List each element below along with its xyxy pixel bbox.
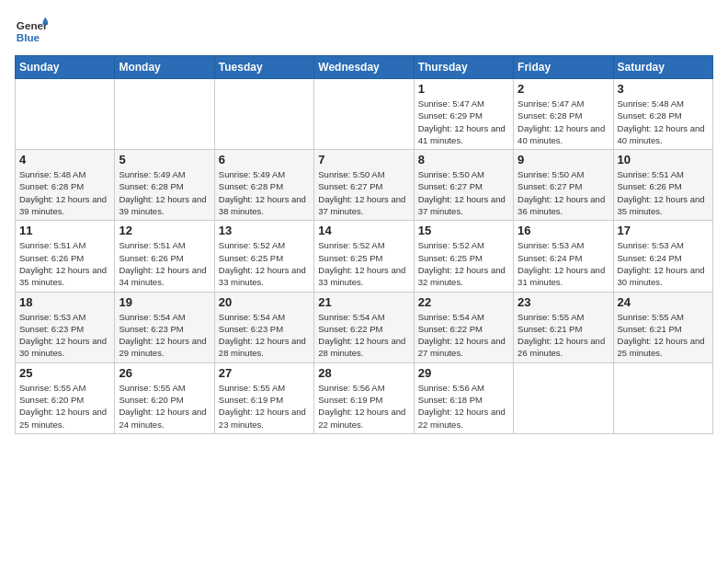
day-header-wednesday: Wednesday xyxy=(314,56,414,79)
day-number: 6 xyxy=(219,153,310,167)
day-number: 10 xyxy=(618,153,709,167)
day-header-saturday: Saturday xyxy=(613,56,712,79)
calendar-week-row: 1Sunrise: 5:47 AMSunset: 6:29 PMDaylight… xyxy=(16,79,713,150)
day-number: 8 xyxy=(418,153,509,167)
day-info: Sunrise: 5:54 AMSunset: 6:23 PMDaylight:… xyxy=(119,311,210,360)
calendar-header-row: SundayMondayTuesdayWednesdayThursdayFrid… xyxy=(16,56,713,79)
day-info: Sunrise: 5:53 AMSunset: 6:24 PMDaylight:… xyxy=(618,239,709,288)
calendar-cell: 5Sunrise: 5:49 AMSunset: 6:28 PMDaylight… xyxy=(115,150,214,221)
calendar-cell: 19Sunrise: 5:54 AMSunset: 6:23 PMDayligh… xyxy=(115,292,214,362)
day-info: Sunrise: 5:50 AMSunset: 6:27 PMDaylight:… xyxy=(318,168,409,217)
day-header-sunday: Sunday xyxy=(16,56,115,79)
calendar-cell xyxy=(514,362,613,433)
day-info: Sunrise: 5:52 AMSunset: 6:25 PMDaylight:… xyxy=(418,239,509,288)
day-info: Sunrise: 5:49 AMSunset: 6:28 PMDaylight:… xyxy=(119,168,210,217)
calendar-cell xyxy=(314,79,414,150)
calendar-cell: 13Sunrise: 5:52 AMSunset: 6:25 PMDayligh… xyxy=(214,221,313,292)
day-info: Sunrise: 5:52 AMSunset: 6:25 PMDaylight:… xyxy=(318,239,409,288)
day-number: 9 xyxy=(518,153,609,167)
day-header-tuesday: Tuesday xyxy=(214,56,313,79)
day-info: Sunrise: 5:56 AMSunset: 6:19 PMDaylight:… xyxy=(318,382,409,431)
day-info: Sunrise: 5:49 AMSunset: 6:28 PMDaylight:… xyxy=(219,168,310,217)
day-info: Sunrise: 5:51 AMSunset: 6:26 PMDaylight:… xyxy=(19,239,110,288)
calendar-cell: 10Sunrise: 5:51 AMSunset: 6:26 PMDayligh… xyxy=(613,150,712,221)
day-number: 13 xyxy=(219,224,310,237)
calendar-cell: 26Sunrise: 5:55 AMSunset: 6:20 PMDayligh… xyxy=(115,362,214,433)
day-number: 14 xyxy=(318,224,409,237)
calendar-cell: 11Sunrise: 5:51 AMSunset: 6:26 PMDayligh… xyxy=(16,221,115,292)
svg-marker-3 xyxy=(43,21,48,25)
day-number: 22 xyxy=(418,295,509,309)
day-number: 23 xyxy=(518,295,609,309)
calendar-cell: 21Sunrise: 5:54 AMSunset: 6:22 PMDayligh… xyxy=(314,292,414,362)
day-number: 29 xyxy=(418,366,509,380)
day-info: Sunrise: 5:55 AMSunset: 6:20 PMDaylight:… xyxy=(119,382,210,431)
calendar-cell xyxy=(115,79,214,150)
svg-text:Blue: Blue xyxy=(17,31,40,43)
day-info: Sunrise: 5:48 AMSunset: 6:28 PMDaylight:… xyxy=(618,98,709,146)
calendar-cell: 27Sunrise: 5:55 AMSunset: 6:19 PMDayligh… xyxy=(214,362,313,433)
day-number: 15 xyxy=(418,224,509,237)
calendar-cell: 2Sunrise: 5:47 AMSunset: 6:28 PMDaylight… xyxy=(514,79,613,150)
day-number: 20 xyxy=(219,295,310,309)
calendar-cell: 16Sunrise: 5:53 AMSunset: 6:24 PMDayligh… xyxy=(514,221,613,292)
day-info: Sunrise: 5:54 AMSunset: 6:22 PMDaylight:… xyxy=(418,311,509,360)
header: General Blue xyxy=(15,15,713,48)
calendar-cell xyxy=(613,362,712,433)
day-header-thursday: Thursday xyxy=(414,56,513,79)
calendar-cell: 18Sunrise: 5:53 AMSunset: 6:23 PMDayligh… xyxy=(16,292,115,362)
day-number: 28 xyxy=(318,366,409,380)
day-info: Sunrise: 5:50 AMSunset: 6:27 PMDaylight:… xyxy=(418,168,509,217)
day-info: Sunrise: 5:53 AMSunset: 6:24 PMDaylight:… xyxy=(518,239,609,288)
calendar-cell: 29Sunrise: 5:56 AMSunset: 6:18 PMDayligh… xyxy=(414,362,513,433)
calendar-cell: 24Sunrise: 5:55 AMSunset: 6:21 PMDayligh… xyxy=(613,292,712,362)
calendar-cell: 22Sunrise: 5:54 AMSunset: 6:22 PMDayligh… xyxy=(414,292,513,362)
day-info: Sunrise: 5:52 AMSunset: 6:25 PMDaylight:… xyxy=(219,239,310,288)
calendar-week-row: 25Sunrise: 5:55 AMSunset: 6:20 PMDayligh… xyxy=(16,362,713,433)
calendar-cell: 17Sunrise: 5:53 AMSunset: 6:24 PMDayligh… xyxy=(613,221,712,292)
day-info: Sunrise: 5:55 AMSunset: 6:19 PMDaylight:… xyxy=(219,382,310,431)
day-info: Sunrise: 5:54 AMSunset: 6:22 PMDaylight:… xyxy=(318,311,409,360)
calendar-cell: 8Sunrise: 5:50 AMSunset: 6:27 PMDaylight… xyxy=(414,150,513,221)
day-info: Sunrise: 5:50 AMSunset: 6:27 PMDaylight:… xyxy=(518,168,609,217)
calendar-week-row: 18Sunrise: 5:53 AMSunset: 6:23 PMDayligh… xyxy=(16,292,713,362)
logo-icon: General Blue xyxy=(15,15,48,48)
day-number: 21 xyxy=(318,295,409,309)
calendar-cell xyxy=(16,79,115,150)
day-number: 19 xyxy=(119,295,210,309)
day-number: 27 xyxy=(219,366,310,380)
day-number: 7 xyxy=(318,153,409,167)
calendar-week-row: 4Sunrise: 5:48 AMSunset: 6:28 PMDaylight… xyxy=(16,150,713,221)
day-info: Sunrise: 5:53 AMSunset: 6:23 PMDaylight:… xyxy=(19,311,110,360)
day-number: 25 xyxy=(19,366,110,380)
day-number: 24 xyxy=(618,295,709,309)
calendar-week-row: 11Sunrise: 5:51 AMSunset: 6:26 PMDayligh… xyxy=(16,221,713,292)
calendar-cell: 6Sunrise: 5:49 AMSunset: 6:28 PMDaylight… xyxy=(214,150,313,221)
logo: General Blue xyxy=(15,15,48,48)
day-number: 12 xyxy=(119,224,210,237)
day-number: 17 xyxy=(618,224,709,237)
day-info: Sunrise: 5:51 AMSunset: 6:26 PMDaylight:… xyxy=(618,168,709,217)
calendar-cell: 7Sunrise: 5:50 AMSunset: 6:27 PMDaylight… xyxy=(314,150,414,221)
day-info: Sunrise: 5:55 AMSunset: 6:21 PMDaylight:… xyxy=(518,311,609,360)
calendar-cell: 23Sunrise: 5:55 AMSunset: 6:21 PMDayligh… xyxy=(514,292,613,362)
day-number: 2 xyxy=(518,82,609,96)
day-header-friday: Friday xyxy=(514,56,613,79)
day-number: 3 xyxy=(618,82,709,96)
day-info: Sunrise: 5:48 AMSunset: 6:28 PMDaylight:… xyxy=(19,168,110,217)
day-number: 11 xyxy=(19,224,110,237)
calendar-cell: 20Sunrise: 5:54 AMSunset: 6:23 PMDayligh… xyxy=(214,292,313,362)
day-info: Sunrise: 5:55 AMSunset: 6:21 PMDaylight:… xyxy=(618,311,709,360)
day-number: 1 xyxy=(418,82,509,96)
day-info: Sunrise: 5:47 AMSunset: 6:28 PMDaylight:… xyxy=(518,98,609,146)
day-number: 5 xyxy=(119,153,210,167)
calendar-cell: 9Sunrise: 5:50 AMSunset: 6:27 PMDaylight… xyxy=(514,150,613,221)
calendar-cell: 15Sunrise: 5:52 AMSunset: 6:25 PMDayligh… xyxy=(414,221,513,292)
day-header-monday: Monday xyxy=(115,56,214,79)
day-number: 26 xyxy=(119,366,210,380)
day-number: 18 xyxy=(19,295,110,309)
calendar: SundayMondayTuesdayWednesdayThursdayFrid… xyxy=(15,55,713,434)
calendar-cell: 14Sunrise: 5:52 AMSunset: 6:25 PMDayligh… xyxy=(314,221,414,292)
calendar-cell: 12Sunrise: 5:51 AMSunset: 6:26 PMDayligh… xyxy=(115,221,214,292)
day-info: Sunrise: 5:47 AMSunset: 6:29 PMDaylight:… xyxy=(418,98,509,146)
